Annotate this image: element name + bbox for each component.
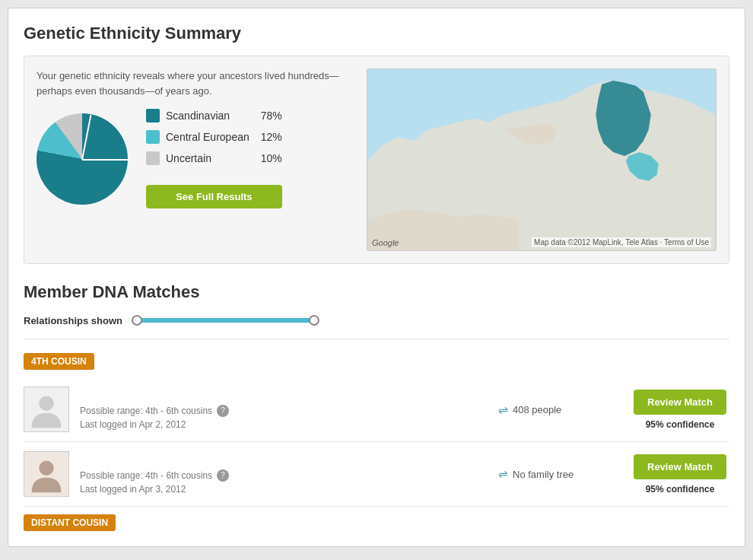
match-tree-1: ⇌ 408 people bbox=[498, 402, 620, 417]
ethnicity-box: Your genetic ethnicity reveals where you… bbox=[24, 56, 729, 264]
legend-item-uncertain: Uncertain 10% bbox=[146, 151, 282, 165]
match-last-login-2: Last logged in Apr 3, 2012 bbox=[80, 484, 488, 495]
relationship-slider[interactable] bbox=[132, 313, 314, 328]
legend-label-uncertain: Uncertain bbox=[166, 152, 249, 164]
confidence-2: 95% confidence bbox=[646, 484, 715, 495]
legend-color-central-european bbox=[146, 130, 160, 144]
match-last-login-1: Last logged in Apr 2, 2012 bbox=[80, 419, 488, 430]
page-title: Genetic Ethnicity Summary bbox=[24, 24, 729, 43]
match-tree-2: ⇌ No family tree bbox=[498, 467, 620, 481]
slider-thumb-right[interactable] bbox=[309, 315, 319, 326]
match-avatar-1 bbox=[24, 387, 69, 432]
help-icon-2[interactable]: ? bbox=[217, 469, 229, 482]
pie-line-1 bbox=[82, 159, 128, 161]
no-tree-icon-2: ⇌ bbox=[498, 467, 508, 481]
match-row: Possible range: 4th - 6th cousins ? Last… bbox=[24, 377, 729, 442]
tree-icon-1: ⇌ bbox=[498, 402, 508, 417]
legend-item-scandinavian: Scandinavian 78% bbox=[146, 109, 282, 123]
legend-item-central-european: Central European 12% bbox=[146, 130, 282, 144]
chart-legend-area: Scandinavian 78% Central European 12% Un… bbox=[37, 109, 351, 208]
pie-chart bbox=[37, 113, 128, 205]
match-range-2: Possible range: 4th - 6th cousins ? bbox=[80, 469, 488, 482]
review-match-button-2[interactable]: Review Match bbox=[634, 454, 726, 479]
legend-color-scandinavian bbox=[146, 109, 160, 123]
match-action-2: Review Match 95% confidence bbox=[631, 454, 729, 495]
ethnicity-left: Your genetic ethnicity reveals where you… bbox=[37, 68, 351, 251]
legend-pct-central-european: 12% bbox=[256, 131, 282, 143]
match-action-1: Review Match 95% confidence bbox=[631, 390, 729, 430]
map-attribution: Map data ©2012 MapLink, Tele Atlas · Ter… bbox=[532, 237, 711, 247]
match-name-2 bbox=[80, 454, 488, 466]
legend-pct-uncertain: 10% bbox=[256, 152, 282, 164]
legend-pct-scandinavian: 78% bbox=[256, 110, 282, 122]
svg-point-2 bbox=[39, 396, 53, 411]
map-google-label: Google bbox=[372, 238, 399, 247]
relationships-row: Relationships shown bbox=[24, 313, 729, 339]
pie-line-2 bbox=[81, 114, 91, 159]
avatar-svg-1 bbox=[24, 387, 68, 432]
slider-thumb-left[interactable] bbox=[132, 315, 142, 326]
match-name-1 bbox=[80, 390, 488, 402]
match-row-2: Possible range: 4th - 6th cousins ? Last… bbox=[24, 442, 729, 507]
avatar-svg-2 bbox=[24, 451, 68, 497]
see-full-results-button[interactable]: See Full Results bbox=[146, 185, 282, 208]
legend-label-scandinavian: Scandinavian bbox=[166, 110, 249, 122]
review-match-button-1[interactable]: Review Match bbox=[634, 390, 726, 415]
ethnicity-description: Your genetic ethnicity reveals where you… bbox=[37, 68, 351, 98]
slider-track bbox=[132, 318, 314, 323]
svg-point-4 bbox=[39, 461, 53, 476]
dna-section-title: Member DNA Matches bbox=[24, 282, 729, 302]
map-svg bbox=[367, 69, 716, 250]
match-avatar-2 bbox=[24, 451, 69, 497]
main-container: Genetic Ethnicity Summary Your genetic e… bbox=[8, 8, 745, 547]
fourth-cousin-badge: 4TH COUSIN bbox=[24, 353, 94, 370]
distant-cousin-badge: DISTANT COUSIN bbox=[24, 514, 116, 531]
legend-color-uncertain bbox=[146, 151, 160, 165]
confidence-1: 95% confidence bbox=[646, 419, 715, 430]
match-info-2: Possible range: 4th - 6th cousins ? Last… bbox=[80, 454, 488, 495]
help-icon-1[interactable]: ? bbox=[217, 405, 229, 417]
ethnicity-map: Google Map data ©2012 MapLink, Tele Atla… bbox=[367, 68, 716, 251]
relationships-label: Relationships shown bbox=[24, 315, 122, 326]
legend-label-central-european: Central European bbox=[166, 131, 249, 143]
ethnicity-legend: Scandinavian 78% Central European 12% Un… bbox=[146, 109, 282, 208]
match-info-1: Possible range: 4th - 6th cousins ? Last… bbox=[80, 390, 488, 430]
match-range-1: Possible range: 4th - 6th cousins ? bbox=[80, 405, 488, 417]
